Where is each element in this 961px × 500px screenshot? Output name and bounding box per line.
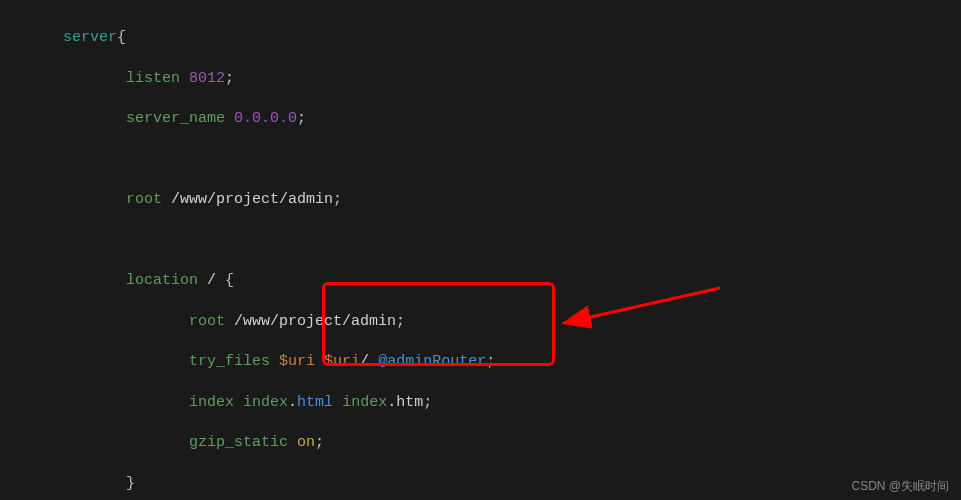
keyword-index: index <box>189 394 234 411</box>
path: /www/project/admin <box>234 313 396 330</box>
variable-uri: $uri <box>324 353 360 370</box>
code-line: server{ <box>0 28 961 48</box>
code-block: server{ listen 8012; server_name 0.0.0.0… <box>0 0 961 500</box>
keyword-server: server <box>63 29 117 46</box>
keyword-tryfiles: try_files <box>189 353 270 370</box>
code-line: index index.html index.htm; <box>0 393 961 413</box>
code-line: location / { <box>0 271 961 291</box>
code-line: gzip_static on; <box>0 433 961 453</box>
keyword-location: location <box>126 272 198 289</box>
watermark-text: CSDN @失眠时间 <box>851 478 949 494</box>
code-line: server_name 0.0.0.0; <box>0 109 961 129</box>
keyword-gzip: gzip_static <box>189 434 288 451</box>
code-line: root /www/project/admin; <box>0 312 961 332</box>
ip-address: 0.0.0.0 <box>234 110 297 127</box>
code-line: listen 8012; <box>0 69 961 89</box>
code-line <box>0 150 961 170</box>
code-line: root /www/project/admin; <box>0 190 961 210</box>
keyword-servername: server_name <box>126 110 225 127</box>
keyword-root: root <box>126 191 162 208</box>
keyword-listen: listen <box>126 70 180 87</box>
value-on: on <box>297 434 315 451</box>
code-line <box>0 231 961 251</box>
code-line: } <box>0 474 961 494</box>
port-number: 8012 <box>189 70 225 87</box>
path: /www/project/admin <box>171 191 333 208</box>
keyword-root: root <box>189 313 225 330</box>
variable-uri: $uri <box>279 353 315 370</box>
named-location: @adminRouter <box>378 353 486 370</box>
code-line: try_files $uri $uri/ @adminRouter; <box>0 352 961 372</box>
